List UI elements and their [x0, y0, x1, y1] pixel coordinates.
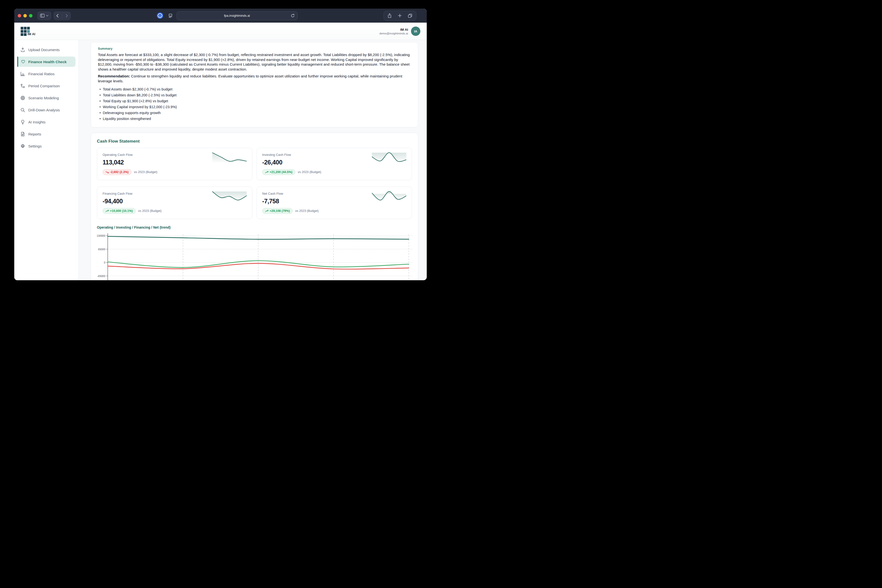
cash-flow-title: Cash Flow Statement	[97, 139, 412, 144]
divider	[62, 14, 62, 18]
summary-bullet-list: Total Assets down $2,300 (-0.7%) vs budg…	[98, 87, 411, 121]
sidebar-item-settings[interactable]: Settings	[17, 141, 75, 151]
main-content: Summary Total Assets are forecast at $33…	[79, 40, 427, 280]
sidebar-item-label: Scenario Modeling	[28, 96, 59, 100]
close-window-button[interactable]	[18, 14, 21, 18]
cash-flow-statement-card: Cash Flow Statement Operating Cash Flow …	[91, 133, 418, 280]
back-icon[interactable]	[56, 14, 59, 18]
sidebar-item-label: Period Comparison	[28, 84, 60, 88]
trending-up-icon	[265, 171, 268, 174]
summary-paragraph: Total Assets are forecast at $333,100, a…	[98, 52, 411, 72]
upload-icon	[20, 48, 25, 52]
sparkline	[212, 190, 247, 201]
password-manager-icon[interactable]	[157, 12, 163, 19]
search-icon	[20, 108, 25, 112]
compare-text: vs 2023 (Budget)	[134, 170, 158, 174]
bullet-item: Liquidity position strengthened	[98, 116, 411, 121]
sidebar: Upload Documents Finance Health Check Fi…	[14, 40, 79, 280]
sidebar-item-period-comparison[interactable]: Period Comparison	[17, 81, 75, 91]
heart-icon	[20, 60, 25, 64]
sidebar-item-label: Settings	[28, 144, 42, 148]
sparkline	[372, 152, 406, 162]
tab-overview-icon[interactable]	[408, 14, 412, 18]
url-text: fpa.insightminds.ai	[224, 14, 250, 18]
summary-card: Summary Total Assets are forecast at $33…	[91, 42, 418, 128]
metric-grid: Operating Cash Flow 113,042 -2,692 (2.3%…	[97, 148, 412, 219]
app-header: IM AI IM AI demo@insightminds.ai IA	[14, 22, 427, 40]
svg-text:0: 0	[104, 261, 105, 264]
sidebar-item-label: Reports	[28, 132, 41, 136]
browser-window: fpa.insightminds.ai	[14, 9, 427, 280]
compare-icon	[20, 84, 25, 88]
share-icon[interactable]	[388, 13, 392, 18]
change-text: -2,692 (2.3%)	[110, 170, 129, 174]
trending-up-icon	[265, 210, 268, 212]
user-name: IM AI	[379, 28, 408, 32]
bullet-item: Total Equity up $1,900 (+2.8%) vs budget	[98, 99, 411, 104]
metric-card-net: Net Cash Flow -7,758 +29,108 (79%) vs 20…	[257, 187, 412, 219]
bullet-item: Total Liabilities down $8,200 (-2.5%) vs…	[98, 93, 411, 98]
compare-text: vs 2023 (Budget)	[298, 170, 321, 174]
target-icon	[20, 96, 25, 100]
browser-toolbar: fpa.insightminds.ai	[14, 9, 427, 22]
sidebar-item-label: Drill-Down Analysis	[28, 108, 60, 112]
toolbar-right-cluster	[383, 11, 416, 21]
sidebar-toggle-button[interactable]	[38, 12, 51, 20]
change-badge: -2,692 (2.3%)	[102, 169, 132, 175]
user-block[interactable]: IM AI demo@insightminds.ai IA	[379, 27, 420, 36]
sidebar-item-label: Financial Ratios	[28, 72, 55, 76]
minimize-window-button[interactable]	[23, 14, 27, 18]
sidebar-item-upload-documents[interactable]: Upload Documents	[17, 45, 75, 55]
svg-text:-65000: -65000	[97, 274, 105, 278]
page-settings-icon[interactable]	[168, 14, 173, 18]
recommendation-line: Recommendation: Continue to strengthen l…	[98, 74, 411, 84]
sidebar-item-financial-ratios[interactable]: Financial Ratios	[17, 69, 75, 79]
sidebar-item-scenario-modeling[interactable]: Scenario Modeling	[17, 93, 75, 103]
bar-chart-icon	[20, 72, 25, 76]
change-text: +10,600 (10.1%)	[110, 209, 133, 213]
sidebar-item-drill-down-analysis[interactable]: Drill-Down Analysis	[17, 105, 75, 115]
brand-name: IM AI	[27, 32, 35, 36]
change-badge: +10,600 (10.1%)	[102, 208, 136, 214]
change-text: +21,200 (44.5%)	[270, 170, 293, 174]
recommendation-label: Recommendation:	[98, 74, 130, 78]
app-logo: IM AI	[21, 27, 35, 36]
change-badge: +29,108 (79%)	[262, 208, 293, 214]
history-nav-group	[54, 12, 71, 20]
change-badge: +21,200 (44.5%)	[262, 169, 295, 175]
window-controls	[18, 14, 33, 18]
bullet-item: Deleveraging supports equity growth	[98, 110, 411, 115]
chevron-down-icon	[46, 15, 48, 16]
svg-text:130000: 130000	[97, 234, 105, 237]
trend-chart-title: Operating / Investing / Financing / Net …	[97, 225, 412, 230]
zoom-window-button[interactable]	[29, 14, 33, 18]
reload-icon[interactable]	[290, 14, 295, 18]
file-icon	[20, 132, 25, 136]
trending-down-icon	[105, 171, 109, 174]
svg-text:65000: 65000	[98, 248, 105, 251]
sidebar-item-finance-health-check[interactable]: Finance Health Check	[17, 57, 75, 67]
bullet-item: Working Capital improved by $12,000 (-23…	[98, 105, 411, 110]
metric-card-operating: Operating Cash Flow 113,042 -2,692 (2.3%…	[97, 148, 252, 180]
summary-heading: Summary	[98, 47, 411, 50]
sidebar-item-ai-insights[interactable]: AI Insights	[17, 117, 75, 127]
sparkline	[372, 190, 406, 201]
sidebar-item-label: Finance Health Check	[28, 60, 67, 64]
sparkline	[212, 152, 247, 162]
trending-up-icon	[105, 210, 109, 212]
sidebar-item-reports[interactable]: Reports	[17, 129, 75, 139]
bullet-item: Total Assets down $2,300 (-0.7%) vs budg…	[98, 87, 411, 92]
sidebar-item-label: Upload Documents	[28, 48, 60, 52]
compare-text: vs 2023 (Budget)	[295, 209, 319, 213]
avatar[interactable]: IA	[411, 27, 420, 36]
lightbulb-icon	[20, 120, 25, 124]
sidebar-panel-icon	[40, 14, 45, 18]
metric-card-investing: Investing Cash Flow -26,400 +21,200 (44.…	[257, 148, 412, 180]
gear-icon	[20, 144, 25, 148]
new-tab-icon[interactable]	[398, 14, 402, 18]
sidebar-item-label: AI Insights	[28, 120, 45, 124]
recommendation-text: Continue to strengthen liquidity and red…	[98, 74, 402, 83]
address-bar[interactable]: fpa.insightminds.ai	[177, 11, 298, 20]
forward-icon[interactable]	[66, 14, 68, 18]
compare-text: vs 2023 (Budget)	[138, 209, 162, 213]
